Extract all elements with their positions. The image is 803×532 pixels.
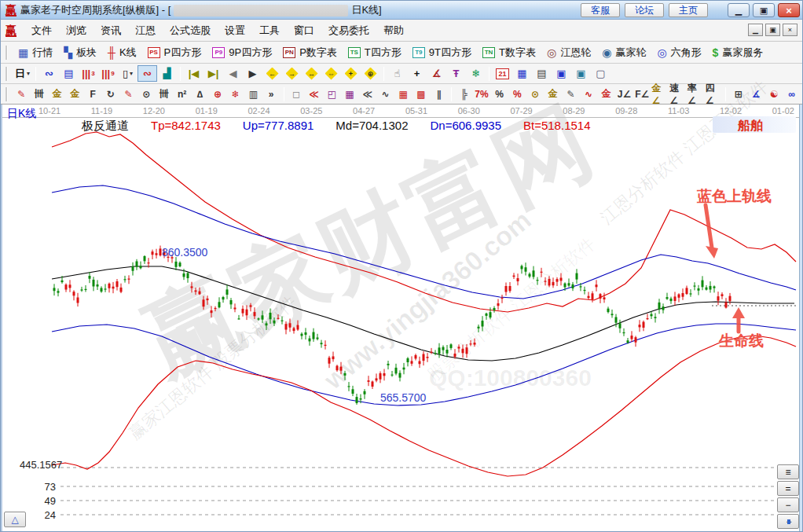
gann-lines-tool[interactable]: 卌: [31, 86, 49, 102]
more-tools-chevron[interactable]: »: [262, 86, 280, 102]
target-tool[interactable]: ⊕: [209, 86, 227, 102]
fan-tool[interactable]: ≪: [305, 86, 323, 102]
fibo-lines-tool[interactable]: F: [84, 86, 102, 102]
scale-bars-tool[interactable]: ╠: [455, 86, 473, 102]
compress-max-button[interactable]: ≡: [777, 464, 799, 479]
bars-3-button[interactable]: |||3: [79, 65, 98, 82]
notes-button[interactable]: ▤: [532, 65, 552, 82]
toolbar-grip[interactable]: [6, 46, 8, 60]
mdi-restore-button[interactable]: ▣: [765, 24, 780, 36]
market-quotes-button[interactable]: ▦行情: [13, 44, 58, 61]
mdi-minimize-button[interactable]: ▁: [748, 24, 763, 36]
shade-grid-tool[interactable]: ▩: [412, 86, 430, 102]
compress-mid-button[interactable]: =: [777, 481, 799, 496]
9p-square-button[interactable]: P99P四方形: [207, 44, 277, 61]
gann-wheel-button[interactable]: ◎江恩轮: [541, 44, 596, 61]
menu-browse[interactable]: 浏览: [59, 20, 94, 41]
parallel-tool[interactable]: ∥: [430, 86, 448, 102]
next-bar-button[interactable]: ▶: [243, 65, 262, 82]
rate-angle-tool[interactable]: 率∠: [687, 86, 705, 102]
restore-button[interactable]: ▣: [753, 3, 775, 17]
forum-link[interactable]: 论坛: [625, 3, 664, 17]
time-circle-tool[interactable]: ⊙: [138, 86, 156, 102]
gold-lines-tool[interactable]: 金: [48, 86, 66, 102]
kline-chart[interactable]: [1, 105, 803, 532]
red-grid-tool[interactable]: ▦: [394, 86, 412, 102]
calculator-button[interactable]: ▦: [512, 65, 532, 82]
compress-h-button[interactable]: ⇔: [321, 65, 341, 82]
menu-trade-order[interactable]: 交易委托: [321, 20, 376, 41]
fan-box-tool[interactable]: ◰: [323, 86, 341, 102]
mdi-close-button[interactable]: ×: [783, 24, 798, 36]
toolbar-grip[interactable]: [6, 67, 8, 81]
pen-tool[interactable]: ✎: [13, 86, 31, 102]
bars-9-button[interactable]: |||9: [98, 65, 118, 82]
pencil-ruler-tool[interactable]: ✎: [119, 86, 138, 102]
expand-all-button[interactable]: ⊕: [361, 65, 380, 82]
n-square-tool[interactable]: n²: [173, 86, 191, 102]
menu-help[interactable]: 帮助: [376, 20, 411, 41]
toolbar-grip[interactable]: [6, 87, 8, 101]
compress-min-button[interactable]: −: [777, 497, 799, 512]
menu-window[interactable]: 窗口: [287, 20, 321, 41]
menu-gann[interactable]: 江恩: [128, 20, 163, 41]
menu-file[interactable]: 文件: [24, 20, 59, 41]
pct-tool[interactable]: %: [490, 86, 508, 102]
rays-tool[interactable]: ≪: [358, 86, 376, 102]
scale-slider-button[interactable]: −: [777, 514, 799, 529]
calendar-button[interactable]: 21: [493, 65, 512, 82]
angle-flag-tool[interactable]: ∆: [191, 86, 209, 102]
last-bar-button[interactable]: ▶|: [204, 65, 223, 82]
distribution-button[interactable]: ▟: [157, 65, 177, 82]
measure-tool-button[interactable]: Ŧ: [446, 65, 466, 82]
candle-style-dropdown[interactable]: ▯▾: [118, 65, 138, 82]
spiral-tool[interactable]: ↻: [102, 86, 120, 102]
trend-scribble-button[interactable]: ∾: [39, 65, 59, 82]
kline-button[interactable]: ╫K线: [102, 44, 142, 61]
info-list-button[interactable]: ▤: [59, 65, 79, 82]
net-box-tool[interactable]: ▦: [341, 86, 359, 102]
market-quotes-icon: ▦: [18, 47, 28, 58]
menu-settings[interactable]: 设置: [218, 20, 252, 41]
customer-service-link[interactable]: 客服: [581, 3, 620, 17]
hexagon-button[interactable]: ◎六角形: [651, 44, 706, 61]
snowflake-tool[interactable]: ❄: [226, 86, 244, 102]
prev-bar-button[interactable]: ◀: [223, 65, 243, 82]
title-bar[interactable]: 赢 赢家老子时空周期系统[纵横版] - [日K线] 客服论坛主页 ▁ ▣ ×: [1, 1, 803, 20]
homepage-link[interactable]: 主页: [669, 3, 708, 17]
pct7-tool[interactable]: 7%: [473, 86, 491, 102]
ruler-tool[interactable]: ▥: [244, 86, 262, 102]
close-button[interactable]: ×: [778, 3, 800, 17]
9t-square-button[interactable]: T99T四方形: [407, 44, 477, 61]
t-square-button[interactable]: TST四方形: [343, 44, 407, 61]
expand-pane-button[interactable]: △: [4, 512, 26, 527]
grid-lines-tool[interactable]: 卌: [156, 86, 174, 102]
expand-h-button[interactable]: ↔: [302, 65, 321, 82]
menu-formula-stock-pick[interactable]: 公式选股: [163, 20, 218, 41]
period-dropdown[interactable]: 日▾: [13, 65, 32, 82]
pan-right-button[interactable]: →: [282, 65, 302, 82]
period-label[interactable]: 日K线: [7, 107, 36, 121]
pan-left-button[interactable]: ←: [262, 65, 282, 82]
p-number-table-button[interactable]: PNP数字表: [277, 44, 343, 61]
compress-all-button[interactable]: +: [341, 65, 361, 82]
gold-lines2-tool[interactable]: 金: [66, 86, 84, 102]
hand-tool-button[interactable]: ☝: [387, 65, 407, 82]
sectors-button[interactable]: ▚板块: [58, 44, 102, 61]
wave-tool[interactable]: ∿: [376, 86, 394, 102]
speed-angle-tool[interactable]: 速∠: [669, 86, 687, 102]
t-number-table-button[interactable]: TNT数字表: [477, 44, 541, 61]
box-tool[interactable]: ◻: [288, 86, 306, 102]
minimize-button[interactable]: ▁: [728, 3, 750, 17]
infinity-tool[interactable]: ∞: [783, 86, 801, 102]
first-bar-button[interactable]: |◀: [184, 65, 204, 82]
winner-service-button[interactable]: $赢家服务: [707, 44, 769, 61]
p-square-button[interactable]: PSP四方形: [142, 44, 207, 61]
four-angle-tool[interactable]: 四∠: [705, 86, 723, 102]
angle-measure-button[interactable]: ∡: [427, 65, 446, 82]
active-scribble-button[interactable]: ∾: [138, 65, 157, 82]
crosshair-tool-button[interactable]: +: [407, 65, 427, 82]
menu-tools[interactable]: 工具: [252, 20, 287, 41]
pattern-tool-button[interactable]: ❄: [466, 65, 486, 82]
menu-info[interactable]: 资讯: [94, 20, 128, 41]
